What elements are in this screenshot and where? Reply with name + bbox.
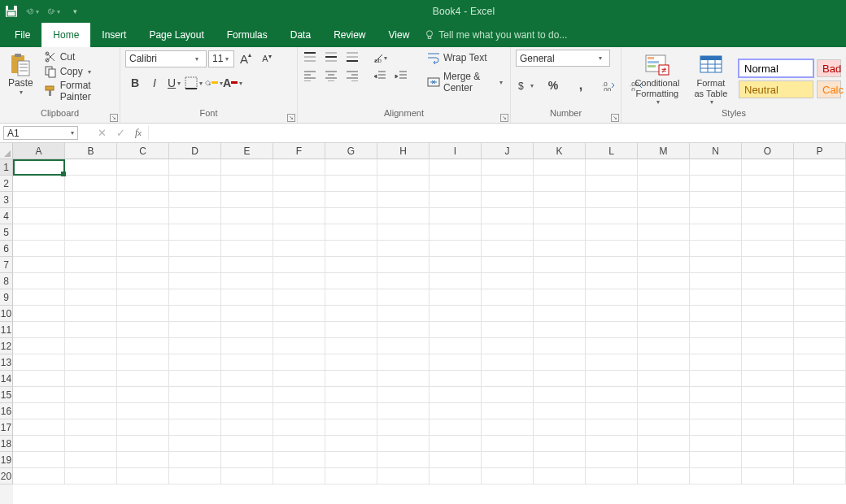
cell[interactable] — [638, 468, 690, 484]
cell[interactable] — [169, 306, 221, 322]
cell[interactable] — [221, 176, 273, 192]
cell[interactable] — [325, 387, 377, 403]
cell[interactable] — [690, 208, 742, 224]
cell[interactable] — [534, 241, 586, 257]
cells-area[interactable] — [13, 159, 846, 504]
cell[interactable] — [117, 419, 169, 436]
paste-button[interactable]: Paste ▾ — [5, 50, 37, 98]
cell[interactable] — [65, 403, 117, 419]
cell[interactable] — [638, 224, 690, 241]
cell[interactable] — [221, 387, 273, 403]
cell[interactable] — [273, 419, 325, 436]
cell[interactable] — [117, 322, 169, 338]
cell[interactable] — [13, 387, 65, 403]
cell[interactable] — [794, 371, 846, 387]
cell[interactable] — [534, 224, 586, 241]
cell[interactable] — [325, 436, 377, 452]
cell[interactable] — [273, 436, 325, 452]
cell[interactable] — [690, 468, 742, 484]
cell[interactable] — [690, 224, 742, 241]
cell[interactable] — [221, 273, 273, 289]
cell[interactable] — [325, 257, 377, 273]
cell[interactable] — [794, 224, 846, 241]
cell[interactable] — [169, 419, 221, 436]
cell[interactable] — [794, 208, 846, 224]
borders-button[interactable]: ▾ — [184, 74, 203, 92]
cell[interactable] — [482, 306, 534, 322]
cell[interactable] — [482, 419, 534, 436]
cell[interactable] — [325, 371, 377, 387]
cell[interactable] — [534, 387, 586, 403]
cell[interactable] — [690, 159, 742, 176]
row-header[interactable]: 5 — [0, 224, 13, 241]
cell[interactable] — [794, 159, 846, 176]
cell[interactable] — [430, 257, 482, 273]
cell[interactable] — [169, 208, 221, 224]
name-box[interactable]: A1 ▾ — [3, 126, 78, 140]
tell-me-input[interactable] — [438, 29, 601, 41]
cell[interactable] — [430, 208, 482, 224]
column-header[interactable]: K — [534, 143, 586, 159]
cell[interactable] — [586, 419, 638, 436]
cell[interactable] — [586, 452, 638, 468]
cell[interactable] — [430, 273, 482, 289]
cell[interactable] — [534, 273, 586, 289]
cell[interactable] — [325, 192, 377, 208]
cell[interactable] — [13, 224, 65, 241]
cell[interactable] — [273, 241, 325, 257]
cell[interactable] — [742, 403, 794, 419]
align-right-button[interactable] — [345, 69, 360, 82]
cell[interactable] — [65, 241, 117, 257]
cell[interactable] — [794, 354, 846, 371]
cell[interactable] — [325, 306, 377, 322]
cell[interactable] — [742, 354, 794, 371]
cell[interactable] — [638, 241, 690, 257]
cell[interactable] — [742, 289, 794, 306]
row-header[interactable]: 2 — [0, 176, 13, 192]
number-dialog-launcher[interactable]: ↘ — [611, 114, 619, 122]
cell[interactable] — [690, 419, 742, 436]
cell[interactable] — [534, 208, 586, 224]
cell[interactable] — [534, 403, 586, 419]
cell[interactable] — [13, 176, 65, 192]
cell[interactable] — [742, 176, 794, 192]
cell[interactable] — [586, 208, 638, 224]
cell[interactable] — [325, 241, 377, 257]
cell[interactable] — [638, 208, 690, 224]
cell[interactable] — [430, 192, 482, 208]
column-header[interactable]: N — [690, 143, 742, 159]
align-bottom-button[interactable] — [345, 51, 360, 64]
cell[interactable] — [221, 354, 273, 371]
select-all-corner[interactable] — [0, 143, 13, 159]
cell[interactable] — [742, 452, 794, 468]
column-header[interactable]: H — [377, 143, 430, 159]
cell[interactable] — [690, 192, 742, 208]
row-header[interactable]: 20 — [0, 468, 13, 484]
cell[interactable] — [482, 452, 534, 468]
cell[interactable] — [482, 208, 534, 224]
cell[interactable] — [742, 208, 794, 224]
cell[interactable] — [221, 468, 273, 484]
row-header[interactable]: 9 — [0, 289, 13, 306]
cell[interactable] — [13, 436, 65, 452]
cell[interactable] — [273, 371, 325, 387]
cell[interactable] — [169, 159, 221, 176]
cell[interactable] — [273, 224, 325, 241]
cell[interactable] — [638, 354, 690, 371]
column-header[interactable]: B — [65, 143, 117, 159]
cell[interactable] — [482, 338, 534, 354]
cell[interactable] — [117, 403, 169, 419]
copy-button[interactable]: Copy ▾ — [41, 64, 115, 79]
save-icon[interactable] — [5, 5, 18, 18]
cell[interactable] — [742, 159, 794, 176]
cell[interactable] — [638, 159, 690, 176]
cell[interactable] — [638, 371, 690, 387]
align-top-button[interactable] — [303, 51, 317, 64]
row-header[interactable]: 4 — [0, 208, 13, 224]
cell[interactable] — [430, 436, 482, 452]
underline-button[interactable]: U▾ — [164, 74, 184, 92]
cell[interactable] — [65, 468, 117, 484]
cell[interactable] — [430, 468, 482, 484]
cell[interactable] — [65, 192, 117, 208]
cell[interactable] — [586, 192, 638, 208]
